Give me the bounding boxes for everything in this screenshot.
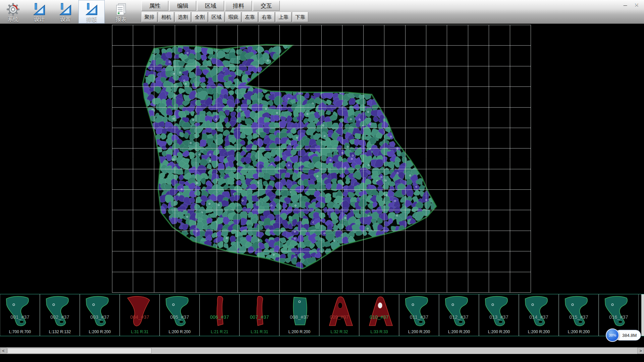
menu-area: 属性编辑区域排料交互 聚排相机选割全割区域瑕疵左靠右靠上靠下靠 xyxy=(142,1,308,22)
part-thumb-011[interactable]: 011_#37L:200 R:200 xyxy=(399,294,439,336)
menu-tab-2[interactable]: 编辑 xyxy=(169,1,196,11)
part-thumb-001[interactable]: 001_#37L:700 R:700 xyxy=(0,294,40,336)
part-thumbnail-shape xyxy=(162,295,198,327)
main-toolbar-buttons: 系统设计设置排版报表 xyxy=(0,0,134,23)
part-name: 003_#37 xyxy=(80,314,119,320)
part-count-detail: L:32 R:32 xyxy=(320,329,359,334)
part-thumb-007[interactable]: 007_#37L:31 R:31 xyxy=(239,294,279,336)
part-name: 012_#37 xyxy=(439,314,479,320)
part-name: 013_#37 xyxy=(479,314,519,320)
part-thumbnail-shape xyxy=(122,295,158,327)
scroll-left-arrow[interactable]: < xyxy=(0,348,7,354)
part-thumbnail-shape xyxy=(601,295,637,327)
tool-button-8[interactable]: 右靠 xyxy=(259,12,275,22)
minimize-button[interactable]: ─ xyxy=(621,1,630,8)
menu-tab-1[interactable]: 属性 xyxy=(142,1,168,11)
main-button-label: 报表 xyxy=(116,16,126,22)
tool-button-5[interactable]: 区域 xyxy=(209,12,224,22)
main-button-label: 排版 xyxy=(86,16,97,22)
part-count-detail: L:200 R:200 xyxy=(519,329,558,334)
ruler-icon xyxy=(85,2,98,16)
part-name: 001_#37 xyxy=(0,314,40,320)
part-name: 011_#37 xyxy=(399,314,439,320)
part-thumb-013[interactable]: 013_#37L:200 R:200 xyxy=(479,294,519,336)
part-name: 009_#37 xyxy=(320,314,359,320)
part-thumbnail-shape xyxy=(521,295,557,327)
report-icon xyxy=(114,2,128,16)
toolbar: 系统设计设置排版报表 属性编辑区域排料交互 聚排相机选割全割区域瑕疵左靠右靠上靠… xyxy=(0,0,644,24)
part-thumb-008[interactable]: 008_#37L:200 R:200 xyxy=(279,294,319,336)
part-thumbnail-shape xyxy=(281,295,318,327)
tool-button-2[interactable]: 相机 xyxy=(158,12,174,22)
tool-button-1[interactable]: 聚排 xyxy=(142,12,157,22)
part-thumb-010[interactable]: 010_#37L:33 R:33 xyxy=(359,294,399,336)
progress-percent: 38% xyxy=(609,333,616,337)
ruler-icon xyxy=(33,2,46,16)
memory-usage: 384.8M xyxy=(622,333,637,338)
part-count-detail: L:200 R:200 xyxy=(559,329,598,334)
close-button[interactable]: ✕ xyxy=(632,1,641,8)
main-button-report[interactable]: 报表 xyxy=(108,0,134,23)
part-name: 008_#37 xyxy=(280,314,319,320)
menu-tab-row: 属性编辑区域排料交互 xyxy=(142,1,308,11)
tool-button-10[interactable]: 下靠 xyxy=(292,12,308,22)
part-thumb-003[interactable]: 003_#37L:200 R:200 xyxy=(80,294,120,336)
menu-tab-5[interactable]: 交互 xyxy=(253,1,280,11)
part-count-detail: L:21 R:21 xyxy=(200,329,239,334)
horizontal-scrollbar[interactable]: < > xyxy=(0,347,644,354)
tool-button-6[interactable]: 瑕疵 xyxy=(225,12,241,22)
part-thumbnail-shape xyxy=(42,295,78,327)
part-thumbnail-shape xyxy=(401,295,437,327)
part-thumb-015[interactable]: 015_#37L:200 R:200 xyxy=(559,294,599,336)
scrollbar-thumb[interactable] xyxy=(7,348,152,354)
memory-status: 38% 384.8M xyxy=(606,328,641,342)
scroll-right-arrow[interactable]: > xyxy=(637,348,644,354)
tool-button-row: 聚排相机选割全割区域瑕疵左靠右靠上靠下靠 xyxy=(142,12,308,22)
part-name: 007_#37 xyxy=(240,314,279,320)
part-count-detail: L:31 R:31 xyxy=(240,329,279,334)
main-button-label: 系统 xyxy=(8,16,18,22)
tool-button-7[interactable]: 左靠 xyxy=(242,12,258,22)
part-count-detail: L:700 R:700 xyxy=(0,329,40,334)
part-thumbnail-shape xyxy=(561,295,597,327)
main-button-design[interactable]: 设计 xyxy=(26,0,52,23)
part-thumbnail-shape xyxy=(441,295,477,327)
part-thumbnail-shape xyxy=(241,295,278,327)
part-thumbnail-shape xyxy=(321,295,358,327)
main-button-label: 设计 xyxy=(34,16,45,22)
part-thumbnail-shape xyxy=(481,295,517,327)
part-name: 002_#37 xyxy=(40,314,79,320)
tool-button-4[interactable]: 全割 xyxy=(192,12,208,22)
main-button-label: 设置 xyxy=(60,16,71,22)
part-thumb-012[interactable]: 012_#37L:200 R:200 xyxy=(439,294,479,336)
progress-percent-badge[interactable]: 38% xyxy=(606,328,619,342)
part-thumb-005[interactable]: 005_#37L:200 R:200 xyxy=(160,294,200,336)
part-thumbnail-shape xyxy=(2,295,38,327)
tool-button-9[interactable]: 上靠 xyxy=(276,12,291,22)
window-controls: ─ ✕ xyxy=(621,1,641,8)
parts-strip-scrollbar[interactable] xyxy=(641,294,644,336)
part-count-detail: L:200 R:200 xyxy=(160,329,199,334)
gear-icon xyxy=(6,2,20,16)
main-button-system[interactable]: 系统 xyxy=(0,0,26,23)
part-thumb-009[interactable]: 009_#37L:32 R:32 xyxy=(319,294,359,336)
part-name: 015_#37 xyxy=(559,314,598,320)
part-name: 010_#37 xyxy=(360,314,399,320)
part-thumb-014[interactable]: 014_#37L:200 R:200 xyxy=(519,294,559,336)
part-thumb-002[interactable]: 002_#37L:132 R:132 xyxy=(40,294,80,336)
tool-button-3[interactable]: 选割 xyxy=(175,12,191,22)
part-name: 014_#37 xyxy=(519,314,558,320)
part-thumb-006[interactable]: 006_#37L:21 R:21 xyxy=(200,294,239,336)
menu-tab-3[interactable]: 区域 xyxy=(197,1,224,11)
ruler-icon xyxy=(59,2,72,16)
part-name: 004_#37 xyxy=(120,314,159,320)
menu-tab-4[interactable]: 排料 xyxy=(225,1,252,11)
part-thumb-004[interactable]: 004_#37L:31 R:31 xyxy=(120,294,160,336)
part-name: 005_#37 xyxy=(160,314,199,320)
nesting-canvas[interactable] xyxy=(112,25,531,293)
main-button-settings[interactable]: 设置 xyxy=(52,0,78,23)
part-count-detail: L:200 R:200 xyxy=(479,329,519,334)
part-count-detail: L:132 R:132 xyxy=(40,329,79,334)
part-count-detail: L:200 R:200 xyxy=(280,329,319,334)
main-button-layout[interactable]: 排版 xyxy=(78,0,105,23)
